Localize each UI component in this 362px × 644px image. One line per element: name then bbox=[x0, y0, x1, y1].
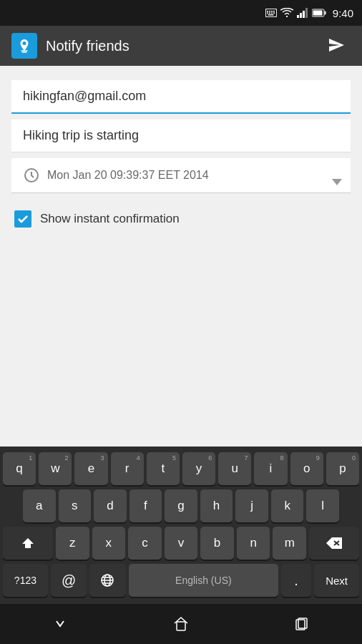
keyboard-row-3: z x c v b n m bbox=[3, 527, 359, 560]
recents-icon bbox=[294, 616, 310, 632]
numbers-key[interactable]: ?123 bbox=[3, 564, 48, 597]
key-x[interactable]: x bbox=[92, 527, 126, 560]
datetime-text: Mon Jan 20 09:39:37 EET 2014 bbox=[47, 169, 209, 182]
svg-rect-28 bbox=[177, 622, 185, 630]
key-w[interactable]: w2 bbox=[39, 452, 72, 485]
wifi-icon bbox=[280, 8, 293, 18]
key-f[interactable]: f bbox=[129, 489, 162, 522]
key-y[interactable]: y6 bbox=[182, 452, 215, 485]
status-time: 9:40 bbox=[333, 7, 353, 19]
backspace-icon bbox=[326, 537, 342, 549]
svg-rect-13 bbox=[303, 11, 305, 18]
key-o[interactable]: o9 bbox=[290, 452, 323, 485]
key-d[interactable]: d bbox=[94, 489, 127, 522]
key-n[interactable]: n bbox=[237, 527, 270, 560]
back-icon bbox=[52, 616, 68, 632]
svg-rect-4 bbox=[271, 11, 273, 12]
keyboard-row-bottom: ?123 @ English (US) . Next bbox=[3, 564, 359, 597]
email-input[interactable] bbox=[23, 89, 339, 104]
key-k[interactable]: k bbox=[271, 489, 304, 522]
message-field-container[interactable]: Hiking trip is starting bbox=[11, 119, 351, 152]
status-icons: 9:40 bbox=[265, 7, 353, 19]
key-p[interactable]: p0 bbox=[326, 452, 359, 485]
key-v[interactable]: v bbox=[165, 527, 198, 560]
battery-icon bbox=[312, 9, 326, 17]
app-bar-left: Notify friends bbox=[11, 33, 129, 59]
home-button[interactable] bbox=[159, 609, 203, 639]
status-bar: 9:40 bbox=[0, 0, 362, 26]
key-c[interactable]: c bbox=[128, 527, 162, 560]
app-title: Notify friends bbox=[46, 38, 129, 54]
svg-rect-17 bbox=[313, 11, 322, 16]
location-icon bbox=[16, 38, 32, 54]
key-l[interactable]: l bbox=[306, 489, 339, 522]
svg-rect-3 bbox=[269, 11, 270, 12]
datetime-field-container[interactable]: Mon Jan 20 09:39:37 EET 2014 bbox=[11, 158, 351, 193]
svg-rect-12 bbox=[300, 13, 302, 18]
svg-rect-5 bbox=[273, 11, 275, 12]
key-j[interactable]: j bbox=[235, 489, 268, 522]
checkbox-label: Show instant confirmation bbox=[40, 212, 180, 226]
recents-button[interactable] bbox=[280, 609, 324, 639]
key-e[interactable]: e3 bbox=[74, 452, 107, 485]
svg-rect-7 bbox=[269, 13, 270, 14]
period-key[interactable]: . bbox=[281, 564, 311, 597]
key-h[interactable]: h bbox=[200, 489, 233, 522]
space-key[interactable]: English (US) bbox=[129, 564, 279, 597]
svg-rect-9 bbox=[273, 13, 275, 14]
content-area: Hiking trip is starting Mon Jan 20 09:39… bbox=[0, 66, 362, 447]
app-icon bbox=[11, 33, 37, 59]
key-i[interactable]: i8 bbox=[254, 452, 287, 485]
confirmation-checkbox-row[interactable]: Show instant confirmation bbox=[11, 205, 351, 233]
email-field-container[interactable] bbox=[11, 80, 351, 114]
svg-rect-2 bbox=[267, 11, 268, 12]
svg-rect-6 bbox=[267, 13, 268, 14]
svg-point-18 bbox=[23, 42, 26, 45]
app-bar: Notify friends bbox=[0, 26, 362, 66]
nav-bar bbox=[0, 604, 362, 644]
next-key[interactable]: Next bbox=[314, 564, 359, 597]
keyboard-row-1: q1 w2 e3 r4 t5 y6 u7 i8 o9 p0 bbox=[3, 452, 359, 485]
shift-icon bbox=[21, 537, 34, 550]
key-b[interactable]: b bbox=[200, 527, 234, 560]
globe-icon bbox=[100, 573, 114, 587]
back-button[interactable] bbox=[38, 609, 82, 639]
key-t[interactable]: t5 bbox=[147, 452, 180, 485]
checkmark-icon bbox=[17, 213, 29, 225]
key-m[interactable]: m bbox=[273, 527, 306, 560]
send-button[interactable] bbox=[322, 31, 351, 62]
dropdown-arrow-icon bbox=[332, 179, 342, 185]
key-s[interactable]: s bbox=[59, 489, 92, 522]
home-icon bbox=[173, 616, 189, 632]
svg-rect-10 bbox=[268, 14, 273, 16]
shift-key[interactable] bbox=[3, 527, 53, 560]
key-q[interactable]: q1 bbox=[3, 452, 36, 485]
key-r[interactable]: r4 bbox=[111, 452, 144, 485]
message-text: Hiking trip is starting bbox=[23, 128, 139, 142]
svg-rect-16 bbox=[324, 11, 326, 15]
key-z[interactable]: z bbox=[56, 527, 89, 560]
keyboard: q1 w2 e3 r4 t5 y6 u7 i8 o9 p0 a s d f g … bbox=[0, 447, 362, 604]
confirmation-checkbox[interactable] bbox=[14, 210, 31, 228]
svg-rect-11 bbox=[297, 15, 299, 18]
signal-icon bbox=[297, 8, 308, 18]
svg-rect-14 bbox=[305, 8, 308, 18]
svg-marker-20 bbox=[22, 538, 34, 548]
svg-rect-8 bbox=[271, 13, 273, 14]
key-a[interactable]: a bbox=[23, 489, 56, 522]
key-u[interactable]: u7 bbox=[218, 452, 251, 485]
backspace-key[interactable] bbox=[309, 527, 359, 560]
globe-key[interactable] bbox=[89, 564, 125, 597]
key-g[interactable]: g bbox=[165, 489, 197, 522]
keyboard-icon bbox=[265, 9, 277, 17]
clock-icon bbox=[23, 167, 40, 184]
send-icon bbox=[328, 36, 345, 54]
at-key[interactable]: @ bbox=[51, 564, 87, 597]
keyboard-row-2: a s d f g h j k l bbox=[3, 489, 359, 522]
